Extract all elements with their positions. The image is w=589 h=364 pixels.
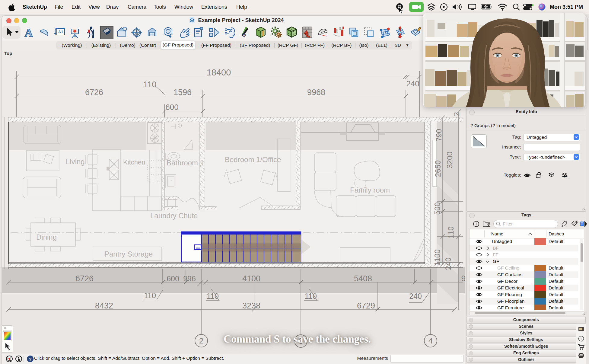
svg-text:2650: 2650 [434, 160, 442, 177]
svg-text:600: 600 [167, 274, 179, 283]
svg-text:8432: 8432 [95, 301, 113, 310]
svg-text:Laundry Chute: Laundry Chute [150, 212, 198, 220]
svg-text:6729: 6729 [357, 301, 375, 310]
svg-text:3200: 3200 [445, 152, 454, 168]
svg-text:1100: 1100 [433, 249, 441, 266]
svg-text:?: ? [29, 356, 31, 362]
svg-text:Bathroom 1: Bathroom 1 [167, 159, 204, 167]
svg-text:5408: 5408 [354, 274, 372, 283]
svg-text:W: W [243, 34, 246, 37]
svg-text:110: 110 [144, 291, 156, 300]
svg-text:Bedroom 1/Office: Bedroom 1/Office [225, 155, 281, 164]
svg-text:110: 110 [447, 226, 455, 238]
svg-text:A·B: A·B [135, 33, 138, 35]
svg-text:Top: Top [4, 51, 12, 56]
svg-text:Kitchen: Kitchen [123, 158, 145, 166]
svg-text:3238: 3238 [242, 301, 260, 310]
svg-text:Living: Living [66, 158, 85, 166]
svg-text:9968: 9968 [307, 88, 325, 97]
svg-text:996: 996 [183, 274, 196, 283]
svg-text:Pantry Storage: Pantry Storage [104, 250, 153, 258]
svg-text:240: 240 [444, 257, 452, 270]
svg-text:500: 500 [433, 202, 441, 215]
svg-text:6726: 6726 [75, 274, 94, 283]
svg-text:790: 790 [435, 129, 443, 142]
svg-text:6726: 6726 [85, 88, 103, 97]
svg-text:110: 110 [305, 292, 317, 300]
svg-text:Family room: Family room [350, 186, 390, 194]
svg-text:9: 9 [461, 274, 465, 283]
svg-text:4100: 4100 [242, 274, 260, 283]
svg-text:18400: 18400 [207, 68, 231, 77]
svg-text:Dining: Dining [36, 233, 57, 241]
svg-text:110: 110 [143, 80, 156, 89]
svg-text:240: 240 [406, 79, 419, 88]
svg-text:A1: A1 [58, 30, 63, 34]
svg-text:1596: 1596 [174, 88, 192, 97]
svg-text:600: 600 [165, 103, 178, 112]
svg-text:2: 2 [452, 112, 461, 116]
svg-text:A: A [24, 27, 33, 39]
svg-text:C: C [136, 30, 138, 32]
svg-text:240: 240 [409, 292, 422, 300]
svg-text:110: 110 [207, 292, 219, 300]
